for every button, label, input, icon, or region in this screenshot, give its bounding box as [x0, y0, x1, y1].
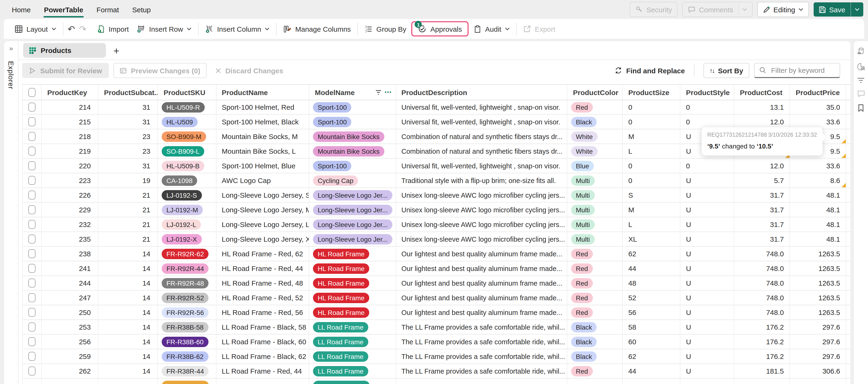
row-checkbox[interactable] [28, 249, 35, 258]
row-checkbox[interactable] [28, 308, 35, 317]
cell-productcost: 748.0 [734, 247, 790, 261]
manage-columns-button[interactable]: Manage Columns [279, 23, 355, 35]
table-row[interactable]: 26214FR-R38R-44LL Road Frame - Red, 44LL… [22, 364, 850, 378]
col-header-productcolor[interactable]: ProductColor [567, 85, 623, 100]
table-row[interactable]: 24114FR-R92R-44HL Road Frame - Red, 44HL… [22, 262, 850, 275]
col-header-productsubcategory[interactable]: ProductSubcat... [98, 85, 158, 100]
cell-productdescription: The LL Frame provides a safe comfortable… [396, 350, 567, 363]
more-options-icon[interactable]: ⋯ [384, 88, 392, 96]
table-row[interactable]: 24414FR-R92R-48HL Road Frame - Red, 48HL… [22, 276, 850, 290]
row-checkbox[interactable] [28, 147, 35, 155]
table-row[interactable]: 22921LJ-0192-MLong-Sleeve Logo Jersey, M… [22, 203, 850, 216]
row-checkbox[interactable] [28, 323, 35, 331]
table-row[interactable]: 24714FR-R92R-52HL Road Frame - Red, 52HL… [22, 291, 850, 304]
database-icon[interactable] [857, 47, 865, 56]
table-row[interactable]: 25914FR-R38B-62LL Road Frame - Black, 62… [22, 350, 850, 363]
comment-icon[interactable] [857, 90, 865, 97]
col-header-productsize[interactable]: ProductSize [623, 85, 680, 100]
cell-modelname: HL Road Frame [309, 291, 396, 304]
filter-keyword-input[interactable] [770, 66, 838, 75]
audit-button[interactable]: Audit [469, 23, 514, 35]
layout-button[interactable]: Layout [10, 23, 61, 35]
cell-partial [41, 379, 98, 384]
filter-icon[interactable] [375, 90, 381, 95]
cell-partial [309, 379, 396, 384]
table-row[interactable]: 22031HL-U509-BSport-100 Helmet, BlueSpor… [22, 159, 850, 173]
undo-button[interactable]: ↶ [66, 23, 77, 34]
cell-productprice: 48.1 [790, 188, 846, 202]
row-checkbox[interactable] [28, 176, 35, 185]
table-row[interactable]: 23814FR-R92R-62HL Road Frame - Red, 62HL… [22, 247, 850, 261]
bookmark-icon[interactable] [858, 104, 864, 112]
row-checkbox[interactable] [28, 337, 35, 346]
table-row[interactable]: 22319CA-1098AWC Logo CapCycling CapTradi… [22, 174, 850, 187]
import-button[interactable]: Import [93, 23, 133, 35]
insert-row-button[interactable]: Insert Row [133, 23, 196, 35]
table-row[interactable]: 22621LJ-0192-SLong-Sleeve Logo Jersey, S… [22, 188, 850, 202]
col-header-productname[interactable]: ProductName [217, 85, 309, 100]
save-icon [819, 6, 826, 13]
menu-home[interactable]: Home [11, 4, 31, 15]
table-row[interactable]: 23221LJ-0192-LLong-Sleeve Logo Jersey, L… [22, 217, 850, 231]
row-checkbox[interactable] [28, 132, 35, 141]
color-pill: Multi [571, 175, 594, 186]
cell-modelname: LL Road Frame [309, 335, 396, 349]
row-checkbox[interactable] [28, 220, 35, 229]
row-checkbox[interactable] [28, 205, 35, 214]
discard-changes-button[interactable]: Discard Changes [211, 66, 287, 75]
table-row[interactable]: 25014FR-R92R-56HL Road Frame - Red, 56HL… [22, 305, 850, 319]
row-checkbox[interactable] [28, 102, 35, 112]
editing-mode-button[interactable]: Editing [757, 2, 809, 17]
menu-format[interactable]: Format [96, 4, 119, 15]
cell-productstyle: U [680, 203, 734, 216]
col-header-productkey[interactable]: ProductKey [41, 85, 98, 100]
export-button[interactable]: Export [519, 23, 560, 35]
row-checkbox[interactable] [28, 161, 35, 170]
save-split-button[interactable]: Save [814, 2, 863, 17]
col-header-productstyle[interactable]: ProductStyle [680, 85, 734, 100]
submit-for-review-button[interactable]: Submit for Review [22, 63, 109, 78]
col-header-modelname[interactable]: ModelName ⋯ [309, 85, 396, 100]
group-by-button[interactable]: Group By [360, 23, 411, 35]
col-header-productcost[interactable]: ProductCost [734, 85, 790, 100]
chart-icon[interactable] [857, 62, 865, 71]
add-tab-button[interactable]: + [114, 46, 119, 56]
table-row[interactable]: 23521LJ-0192-XLong-Sleeve Logo Jersey, X… [22, 232, 850, 246]
find-replace-button[interactable]: Find and Replace [615, 66, 685, 75]
cell-partial [217, 379, 309, 384]
row-checkbox[interactable] [28, 117, 35, 126]
col-header-productsku[interactable]: ProductSKU [158, 85, 217, 100]
row-checkbox[interactable] [28, 366, 35, 376]
table-row[interactable]: 25314FR-R38B-58LL Road Frame - Black, 58… [22, 320, 850, 334]
cell-productcolor: Black [567, 320, 623, 334]
menu-setup[interactable]: Setup [132, 4, 151, 15]
row-checkbox[interactable] [28, 235, 35, 243]
row-checkbox[interactable] [28, 352, 35, 361]
row-checkbox[interactable] [28, 190, 35, 200]
expand-rail-icon[interactable]: » [9, 45, 13, 52]
comments-button[interactable]: Comments [682, 2, 753, 17]
preview-changes-button[interactable]: Preview Changes (0) [114, 63, 206, 78]
row-checkbox[interactable] [28, 278, 35, 288]
table-row[interactable]: 21431HL-U509-RSport-100 Helmet, RedSport… [22, 100, 850, 114]
filter-lines-icon[interactable] [857, 78, 865, 83]
table-row[interactable]: 21531HL-U509Sport-100 Helmet, BlackSport… [22, 115, 850, 129]
table-row[interactable]: 25614FR-R38B-60LL Road Frame - Black, 60… [22, 335, 850, 349]
col-header-productdescription[interactable]: ProductDescription [396, 85, 567, 100]
cell-productname: Long-Sleeve Logo Jersey, XL [217, 232, 309, 246]
row-checkbox[interactable] [28, 264, 35, 273]
save-dropdown[interactable] [851, 2, 863, 17]
tab-products[interactable]: Products [23, 43, 106, 58]
table-row-partial[interactable] [22, 379, 850, 384]
row-select-cell [22, 335, 41, 349]
approvals-button[interactable]: 1 Approvals [415, 23, 465, 35]
sort-by-button[interactable]: ↑↓ Sort By [703, 63, 749, 78]
select-all-checkbox[interactable] [28, 88, 35, 97]
row-checkbox[interactable] [28, 293, 35, 302]
security-button[interactable]: Security [630, 2, 678, 17]
insert-column-button[interactable]: Insert Column [201, 23, 274, 35]
col-header-productprice[interactable]: ProductPrice [790, 85, 846, 100]
redo-button[interactable]: ↷ [77, 23, 88, 34]
row-select-cell [22, 115, 41, 129]
menu-powertable[interactable]: PowerTable [43, 4, 84, 15]
